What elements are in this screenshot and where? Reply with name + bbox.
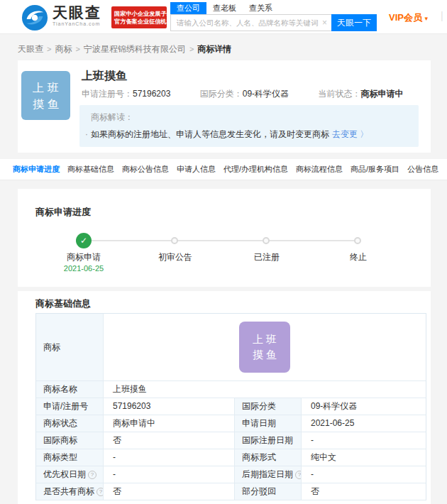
clear-search-icon[interactable] [322,18,327,28]
breadcrumb-company[interactable]: 宁波星程锦绣科技有限公司 [84,44,186,54]
tianyancha-logo[interactable]: 天眼查 TianYanCha.com [21,4,101,31]
table-row: 申请/注册号 57196203 国际分类 09-科学仪器 [36,398,426,415]
search-tab-relation[interactable]: 查关系 [243,2,279,14]
interpretation-title: 商标解读： [91,111,133,124]
tab-basic-info[interactable]: 商标基础信息 [67,164,114,175]
timeline-line [84,240,358,241]
field-intl-class: 国际分类：09-科学仪器 [200,88,289,100]
detail-tabbar: 商标申请进度 商标基础信息 商标公告信息 申请人信息 代理/办理机构信息 商标流… [0,159,447,180]
row-value: - [302,432,426,449]
table-row: 是否共有商标 否 部分驳回 否 [36,483,426,500]
tianyancha-eye-icon [21,4,48,31]
trademark-title: 上班摸鱼 [82,69,127,84]
step-date-application: 2021-06-25 [52,264,116,273]
row-label: 是否共有商标 [36,483,104,500]
search-tab-boss[interactable]: 查老板 [206,2,243,14]
go-change-link[interactable]: 去变更 〉 [332,129,368,139]
search-tabs: 查公司 查老板 查关系 [170,2,377,14]
breadcrumb-separator: > [75,45,79,53]
table-row: 商标类型 - 商标形式 纯中文 [36,449,426,466]
step-label-preliminary: 初审公告 [143,251,207,263]
row-label: 商标 [36,314,104,380]
row-label: 国际注册日期 [234,432,302,449]
step-label-registered: 已注册 [235,251,299,263]
row-value: 2021-06-25 [302,415,426,432]
search-button[interactable]: 天眼一下 [331,14,377,31]
tab-announcement-info[interactable]: 公告信息 [407,164,438,175]
badge-line-2: 官方备案企业征信机构 [114,18,164,26]
help-icon[interactable] [295,471,302,479]
step-pending-dot [354,237,361,244]
search-placeholder: 请输入公司名称、人名、品牌名称等关键词 [177,18,319,28]
tab-application-progress[interactable]: 商标申请进度 [13,164,60,175]
row-label: 商标形式 [234,449,302,466]
search-tab-company[interactable]: 查公司 [170,2,206,14]
row-value: 上班摸鱼 [104,381,426,398]
table-row-trademark-image: 商标 上班 摸鱼 [36,314,426,381]
step-done-check-icon [76,233,92,248]
row-label: 申请/注册号 [36,398,104,415]
step-label-application: 商标申请 [52,251,116,263]
row-label: 优先权日期 [36,466,104,483]
tab-gazette-info[interactable]: 商标公告信息 [122,164,169,175]
page: 天眼查 TianYanCha.com 国家中小企业发展子基金旗下 官方备案企业征… [0,0,447,504]
trademark-image-blue: 上班 摸鱼 [21,71,70,120]
gov-certification-badge: 国家中小企业发展子基金旗下 官方备案企业征信机构 [111,6,167,28]
row-value: - [104,466,234,483]
basic-info-section: 商标基础信息 商标 上班 摸鱼 商标名称 上班摸鱼 申请/注册号 5719620… [18,291,431,504]
tab-goods-services[interactable]: 商品/服务项目 [351,164,399,175]
vip-membership-link[interactable]: VIP会员 [389,11,428,24]
basic-info-table: 商标 上班 摸鱼 商标名称 上班摸鱼 申请/注册号 57196203 国际分类 … [35,313,426,500]
tab-applicant-info[interactable]: 申请人信息 [177,164,216,175]
row-label: 国际商标 [36,432,104,449]
basic-info-title: 商标基础信息 [35,297,91,310]
trademark-image-purple[interactable]: 上班 摸鱼 [239,322,290,373]
breadcrumb-separator: > [47,45,51,53]
badge-line-1: 国家中小企业发展子基金旗下 [114,10,164,18]
field-registration-number: 申请注册号：57196203 [82,88,170,100]
row-label: 商标类型 [36,449,104,466]
step-pending-dot [263,237,270,244]
row-value: 商标申请中 [104,415,234,432]
application-progress-section: 商标申请进度 商标申请 初审公告 已注册 终止 2021-06-25 [18,189,431,287]
step-label-terminated: 终止 [326,251,390,263]
row-value: 否 [302,483,426,500]
logo-domain: TianYanCha.com [53,21,101,26]
row-label: 商标名称 [36,381,104,398]
row-label: 国际分类 [234,398,302,415]
search-area: 查公司 查老板 查关系 请输入公司名称、人名、品牌名称等关键词 天眼一下 [170,2,377,31]
breadcrumb-trademark[interactable]: 商标 [55,44,72,54]
progress-section-title: 商标申请进度 [35,206,91,219]
breadcrumb-current: 商标详情 [197,44,231,54]
table-row: 商标状态 商标申请中 申请日期 2021-06-25 [36,415,426,432]
help-icon[interactable] [96,488,104,496]
table-row-name: 商标名称 上班摸鱼 [36,381,426,398]
table-row: 国际商标 否 国际注册日期 - [36,432,426,449]
row-value: 否 [104,432,234,449]
logo-name: 天眼查 [53,4,101,21]
row-label: 后期指定日期 [234,466,302,483]
row-value: - [302,466,426,483]
row-label: 申请日期 [234,415,302,432]
row-value: 纯中文 [302,449,426,466]
tab-agency-info[interactable]: 代理/办理机构信息 [224,164,288,175]
trademark-summary-card: 上班 摸鱼 上班摸鱼 申请注册号：57196203 国际分类：09-科学仪器 当… [18,60,431,153]
breadcrumb-home[interactable]: 天眼查 [18,44,43,54]
tab-process-info[interactable]: 商标流程信息 [296,164,343,175]
step-pending-dot [171,237,178,244]
trademark-interpretation-box: 商标解读： ·如果商标的注册地址、申请人等信息发生变化，请及时变更商标去变更 〉 [79,105,419,147]
breadcrumb: 天眼查>商标>宁波星程锦绣科技有限公司>商标详情 [18,43,231,55]
chevron-down-icon [425,15,429,22]
row-value: 57196203 [104,398,234,415]
row-value: - [104,449,234,466]
interpretation-text: ·如果商标的注册地址、申请人等信息发生变化，请及时变更商标去变更 〉 [85,128,368,141]
row-value: 否 [104,483,234,500]
table-row: 优先权日期 - 后期指定日期 - [36,466,426,483]
search-input[interactable]: 请输入公司名称、人名、品牌名称等关键词 [170,14,331,31]
row-label: 部分驳回 [234,483,302,500]
help-icon[interactable] [88,471,96,479]
field-current-status: 当前状态：商标申请中 [318,88,403,100]
header-divider: | [441,10,443,21]
row-label: 商标状态 [36,415,104,432]
bullet-icon: · [85,129,88,139]
